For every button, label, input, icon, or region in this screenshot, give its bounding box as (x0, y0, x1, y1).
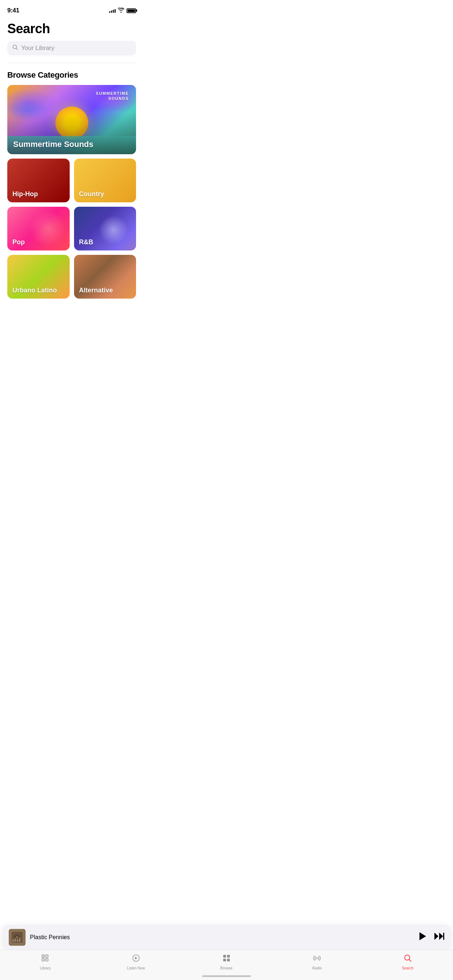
status-icons (109, 8, 136, 14)
wifi-icon (118, 8, 124, 14)
category-card-rnb[interactable]: R&B (74, 207, 136, 250)
category-card-hiphop[interactable]: Hip-Hop (7, 159, 70, 202)
category-label-pop: Pop (13, 239, 25, 246)
category-label-hiphop: Hip-Hop (13, 190, 38, 198)
browse-title: Browse Categories (7, 70, 136, 80)
signal-icon (109, 8, 116, 13)
search-bar-icon (13, 45, 18, 52)
search-bar[interactable]: Your Library (7, 41, 136, 56)
category-label-urbano: Urbano Latino (13, 286, 57, 294)
category-card-country[interactable]: Country (74, 159, 136, 202)
page-title: Search (7, 21, 136, 37)
browse-section: Browse Categories SUMMERTIME SOUNDS Summ… (0, 63, 144, 299)
category-card-pop[interactable]: Pop (7, 207, 70, 250)
featured-card-summertime[interactable]: SUMMERTIME SOUNDS Summertime Sounds (7, 85, 136, 154)
battery-icon (126, 8, 136, 13)
search-placeholder: Your Library (21, 45, 54, 52)
category-label-alternative: Alternative (79, 286, 113, 294)
featured-card-logo: SUMMERTIME SOUNDS (96, 91, 129, 101)
status-bar: 9:41 (0, 0, 144, 18)
category-card-alternative[interactable]: Alternative (74, 255, 136, 299)
category-label-rnb: R&B (79, 239, 93, 246)
category-card-urbano[interactable]: Urbano Latino (7, 255, 70, 299)
featured-card-label: Summertime Sounds (13, 140, 93, 149)
page-header: Search (0, 18, 144, 41)
category-grid: Hip-Hop Country Pop R&B Urbano Latino Al… (7, 159, 136, 299)
search-bar-container: Your Library (0, 41, 144, 63)
category-label-country: Country (79, 190, 104, 198)
status-time: 9:41 (7, 7, 19, 14)
